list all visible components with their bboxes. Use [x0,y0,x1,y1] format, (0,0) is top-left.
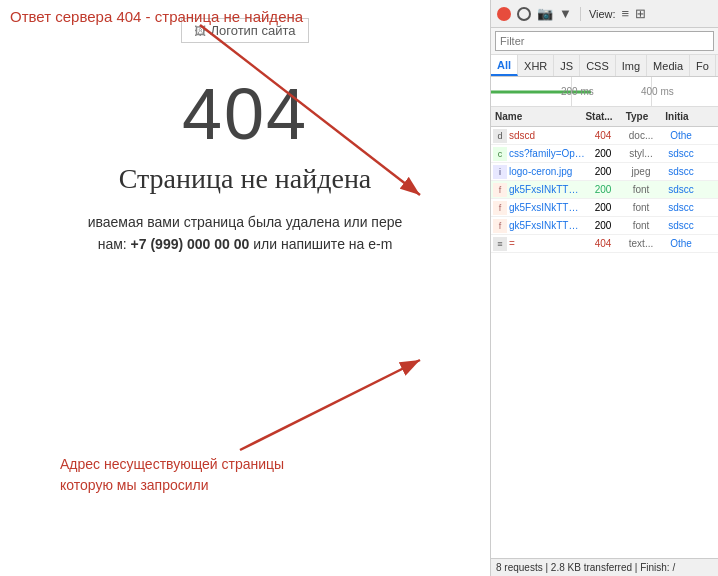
row-name: gk5FxsINkTTHtojX... [507,220,585,231]
annotation-bottom-text: Адрес несуществующей страницы которую мы… [60,454,284,496]
logo-text: Логотип сайта [210,23,295,38]
row-initiator: sdscc [661,166,701,177]
timeline-bar: 200 ms 400 ms [491,77,718,107]
row-initiator: sdscc [661,202,701,213]
css-icon: c [493,147,507,161]
list-view-icon[interactable]: ≡ [622,6,630,21]
doc-icon: d [493,129,507,143]
table-header: Name Stat... Type Initia [491,107,718,127]
table-row[interactable]: d sdscd 404 doc... Othe [491,127,718,145]
font-icon: f [493,201,507,215]
tab-xhr[interactable]: XHR [518,55,554,76]
table-row[interactable]: f gk5FxsINkTTHtojX... 200 font sdscc [491,217,718,235]
row-status: 200 [585,184,621,195]
timeline-400-label: 400 ms [641,86,674,97]
table-row[interactable]: i logo-ceron.jpg 200 jpeg sdscc [491,163,718,181]
row-type: doc... [621,130,661,141]
col-header-status[interactable]: Stat... [581,111,617,122]
error-code: 404 [0,73,490,155]
row-status: 404 [585,238,621,249]
filter-icon[interactable]: ▼ [559,6,572,21]
row-name: gk5FxsINkTTHtojX... [507,202,585,213]
img-icon: i [493,165,507,179]
row-initiator: Othe [661,238,701,249]
row-status: 200 [585,202,621,213]
error-description: иваемая вами страница была удалена или п… [0,211,490,256]
row-type: text... [621,238,661,249]
annotation-top-text: Ответ сервера 404 - страница не найдена [10,8,303,25]
view-label: View: [589,8,616,20]
error-title: Страница не найдена [0,163,490,195]
filter-input[interactable] [495,31,714,51]
network-tabs: All XHR JS CSS Img Media Fo [491,55,718,77]
table-row[interactable]: c css?family=Open... 200 styl... sdscc [491,145,718,163]
table-row[interactable]: f gk5FxsINkTTHtojX... 200 font sdscc [491,181,718,199]
table-row[interactable]: ≡ = 404 text... Othe [491,235,718,253]
camera-icon[interactable]: 📷 [537,6,553,21]
tab-media[interactable]: Media [647,55,690,76]
tab-css[interactable]: CSS [580,55,616,76]
error-phone: +7 (999) 000 00 00 [131,236,250,252]
row-status: 200 [585,166,621,177]
row-name: css?family=Open... [507,148,585,159]
devtools-panel: 📷 ▼ View: ≡ ⊞ All XHR JS CSS Img Media F… [490,0,718,576]
toolbar-separator [580,7,581,21]
font-icon: f [493,183,507,197]
row-initiator: sdscc [661,148,701,159]
col-header-type[interactable]: Type [617,111,657,122]
row-status: 200 [585,148,621,159]
record-button[interactable] [497,7,511,21]
error-desc-start: иваемая вами страница была удалена или п… [88,214,403,230]
filter-bar [491,28,718,55]
tab-img[interactable]: Img [616,55,647,76]
tab-js[interactable]: JS [554,55,580,76]
devtools-footer: 8 requests | 2.8 KB transferred | Finish… [491,558,718,576]
annotation-bottom-line1: Адрес несуществующей страницы [60,456,284,472]
tab-fo[interactable]: Fo [690,55,716,76]
devtools-toolbar: 📷 ▼ View: ≡ ⊞ [491,0,718,28]
logo-img-icon: 🖼 [194,24,206,38]
row-name: logo-ceron.jpg [507,166,585,177]
tab-all[interactable]: All [491,55,518,76]
row-initiator: Othe [661,130,701,141]
row-initiator: sdscc [661,184,701,195]
row-type: font [621,220,661,231]
row-type: jpeg [621,166,661,177]
row-type: styl... [621,148,661,159]
doc-icon: ≡ [493,237,507,251]
row-status: 200 [585,220,621,231]
row-name: sdscd [507,130,585,141]
row-name: gk5FxsINkTTHtojX... [507,184,585,195]
svg-line-3 [240,360,420,450]
row-type: font [621,184,661,195]
stop-button[interactable] [517,7,531,21]
table-row[interactable]: f gk5FxsINkTTHtojX... 200 font sdscc [491,199,718,217]
timeline-200-label: 200 ms [561,86,594,97]
row-name: = [507,238,585,249]
font-icon: f [493,219,507,233]
col-header-initiator[interactable]: Initia [657,111,697,122]
grid-view-icon[interactable]: ⊞ [635,6,646,21]
row-initiator: sdscc [661,220,701,231]
annotation-bottom-line2: которую мы запросили [60,477,209,493]
network-table-body: d sdscd 404 doc... Othe c css?family=Ope… [491,127,718,558]
error-desc-end: или напишите на e-m [249,236,392,252]
row-type: font [621,202,661,213]
browser-404-page: Ответ сервера 404 - страница не найдена … [0,0,490,576]
error-desc-phone-label: нам: [98,236,131,252]
row-status: 404 [585,130,621,141]
col-header-name[interactable]: Name [491,111,581,122]
